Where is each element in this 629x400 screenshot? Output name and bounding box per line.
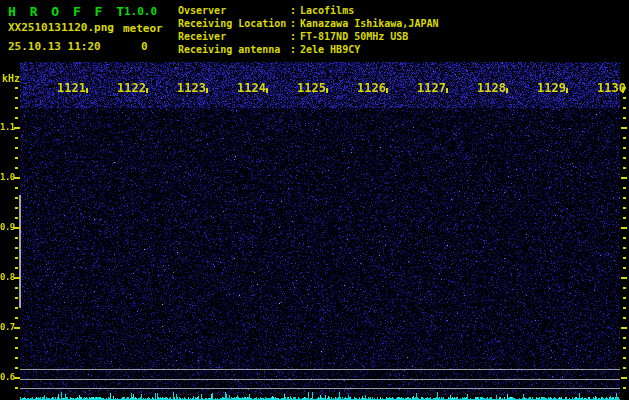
time-tick-label: 1122 bbox=[117, 81, 146, 95]
freq-minor-tick bbox=[15, 347, 18, 349]
info-row-value: FT-817ND 50MHz USB bbox=[300, 30, 408, 43]
freq-major-tick bbox=[621, 327, 627, 329]
freq-minor-tick bbox=[15, 237, 18, 239]
freq-minor-tick bbox=[15, 207, 18, 209]
freq-minor-tick bbox=[623, 157, 626, 159]
freq-minor-tick bbox=[623, 267, 626, 269]
freq-minor-tick bbox=[623, 137, 626, 139]
freq-major-tick bbox=[14, 377, 20, 379]
time-tick-label: 1128 bbox=[477, 81, 506, 95]
freq-minor-tick bbox=[623, 287, 626, 289]
freq-major-tick bbox=[14, 177, 20, 179]
freq-minor-tick bbox=[623, 97, 626, 99]
freq-minor-tick bbox=[623, 147, 626, 149]
time-minute-tick bbox=[86, 88, 88, 93]
time-minute-tick bbox=[146, 88, 148, 93]
time-tick-label: 1123 bbox=[177, 81, 206, 95]
time-minute-tick bbox=[622, 88, 624, 93]
freq-minor-tick bbox=[15, 267, 18, 269]
info-row-value: 2ele HB9CY bbox=[300, 43, 360, 56]
freq-minor-tick bbox=[15, 337, 18, 339]
freq-minor-tick bbox=[623, 187, 626, 189]
app-title: H R O F F T bbox=[8, 4, 127, 19]
freq-minor-tick bbox=[15, 87, 18, 89]
info-row-separator: : bbox=[290, 4, 300, 17]
freq-range-marker-line bbox=[19, 195, 21, 308]
freq-minor-tick bbox=[623, 117, 626, 119]
freq-major-tick bbox=[14, 227, 20, 229]
time-minute-tick bbox=[446, 88, 448, 93]
freq-minor-tick bbox=[623, 367, 626, 369]
freq-minor-tick bbox=[623, 337, 626, 339]
freq-minor-tick bbox=[623, 237, 626, 239]
freq-minor-tick bbox=[15, 387, 18, 389]
freq-tick-label: 0.7 bbox=[0, 322, 14, 332]
freq-minor-tick bbox=[15, 217, 18, 219]
observation-datetime: 25.10.13 11:20 bbox=[8, 40, 101, 53]
freq-tick-label: 1.0 bbox=[0, 172, 14, 182]
freq-major-tick bbox=[14, 127, 20, 129]
time-tick-label: 1127 bbox=[417, 81, 446, 95]
info-row-value: Lacofilms bbox=[300, 4, 354, 17]
freq-minor-tick bbox=[15, 167, 18, 169]
freq-minor-tick bbox=[15, 137, 18, 139]
freq-tick-label: 0.9 bbox=[0, 222, 14, 232]
hrofft-window: { "app": { "title": "H R O F F T", "vers… bbox=[0, 0, 629, 400]
time-minute-tick bbox=[266, 88, 268, 93]
info-row-label: Receiver bbox=[178, 30, 290, 43]
freq-minor-tick bbox=[15, 307, 18, 309]
freq-minor-tick bbox=[15, 297, 18, 299]
freq-major-tick bbox=[621, 177, 627, 179]
freq-major-tick bbox=[621, 227, 627, 229]
spectrogram-noise bbox=[20, 62, 620, 395]
freq-minor-tick bbox=[15, 367, 18, 369]
station-info-table: Ovserver:LacofilmsReceiving Location:Kan… bbox=[178, 4, 438, 56]
freq-tick-label: 1.1 bbox=[0, 122, 14, 132]
freq-minor-tick bbox=[623, 257, 626, 259]
freq-minor-tick bbox=[623, 387, 626, 389]
freq-major-tick bbox=[621, 377, 627, 379]
freq-minor-tick bbox=[15, 157, 18, 159]
freq-minor-tick bbox=[15, 187, 18, 189]
meteor-count: 0 bbox=[141, 40, 148, 53]
freq-minor-tick bbox=[15, 197, 18, 199]
app-version: 1.0.0 bbox=[124, 5, 157, 18]
horizontal-marker-line bbox=[20, 379, 620, 380]
info-row-label: Ovserver bbox=[178, 4, 290, 17]
freq-minor-tick bbox=[15, 357, 18, 359]
freq-tick-label: 0.6 bbox=[0, 372, 14, 382]
mode-label: meteor bbox=[123, 22, 163, 35]
time-minute-tick bbox=[386, 88, 388, 93]
freq-minor-tick bbox=[623, 167, 626, 169]
time-minute-tick bbox=[326, 88, 328, 93]
horizontal-marker-line bbox=[20, 369, 620, 370]
freq-minor-tick bbox=[623, 217, 626, 219]
freq-minor-tick bbox=[623, 247, 626, 249]
freq-minor-tick bbox=[623, 207, 626, 209]
info-row-label: Receiving antenna bbox=[178, 43, 290, 56]
info-row-separator: : bbox=[290, 30, 300, 43]
freq-minor-tick bbox=[15, 107, 18, 109]
freq-minor-tick bbox=[15, 257, 18, 259]
time-minute-tick bbox=[566, 88, 568, 93]
freq-minor-tick bbox=[623, 107, 626, 109]
time-tick-label: 1126 bbox=[357, 81, 386, 95]
freq-minor-tick bbox=[15, 287, 18, 289]
freq-major-tick bbox=[621, 277, 627, 279]
freq-tick-label: 0.8 bbox=[0, 272, 14, 282]
time-minute-tick bbox=[206, 88, 208, 93]
info-row-separator: : bbox=[290, 17, 300, 30]
freq-minor-tick bbox=[623, 357, 626, 359]
info-row-label: Receiving Location bbox=[178, 17, 290, 30]
freq-minor-tick bbox=[623, 297, 626, 299]
freq-minor-tick bbox=[623, 347, 626, 349]
freq-minor-tick bbox=[15, 247, 18, 249]
info-row: Ovserver:Lacofilms bbox=[178, 4, 438, 17]
output-filename: XX2510131120.png bbox=[8, 21, 114, 34]
freq-axis-unit-label: kHz bbox=[2, 73, 20, 84]
freq-major-tick bbox=[621, 127, 627, 129]
time-tick-label: 1129 bbox=[537, 81, 566, 95]
freq-minor-tick bbox=[623, 307, 626, 309]
info-row: Receiving antenna:2ele HB9CY bbox=[178, 43, 438, 56]
time-minute-tick bbox=[506, 88, 508, 93]
